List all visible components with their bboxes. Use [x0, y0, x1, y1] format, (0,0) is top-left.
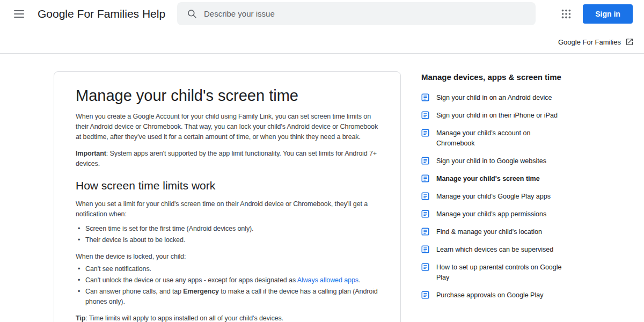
google-for-families-link[interactable]: Google For Families: [558, 38, 634, 46]
emergency-label: Emergency: [183, 288, 219, 295]
section-heading-how-limits-work: How screen time limits work: [76, 179, 379, 193]
article-icon: [421, 245, 429, 253]
sidebar-item-manage-account-chromebook[interactable]: Manage your child's account on Chromeboo…: [421, 128, 636, 149]
how-limits-intro: When you set a limit for your child's sc…: [76, 199, 379, 219]
apps-grid-icon[interactable]: [559, 7, 574, 22]
important-label: Important: [76, 150, 106, 157]
sidebar-item-devices-supervised[interactable]: Learn which devices can be supervised: [421, 245, 636, 255]
sign-in-button[interactable]: Sign in: [583, 4, 633, 24]
page-title: Google For Families Help: [38, 6, 165, 21]
article-title: Manage your child's screen time: [76, 86, 379, 105]
notification-list: Screen time is set for the first time (A…: [76, 224, 379, 245]
locked-intro: When the device is locked, your child:: [76, 252, 379, 262]
article-icon: [421, 192, 429, 200]
search-icon: [187, 9, 197, 19]
search-input[interactable]: [204, 9, 536, 18]
sidebar-item-parental-controls-google-play[interactable]: How to set up parental controls on Googl…: [421, 262, 636, 283]
list-item: Can't see notifications.: [76, 264, 379, 274]
tip-label: Tip: [76, 314, 85, 322]
article-icon: [421, 210, 429, 218]
sidebar-item-purchase-approvals[interactable]: Purchase approvals on Google Play: [421, 290, 636, 301]
important-text: : System apps aren't supported by the ap…: [76, 150, 377, 167]
sidebar-item-sign-in-google-websites[interactable]: Sign your child in to Google websites: [421, 156, 636, 166]
article-card: Manage your child's screen time When you…: [54, 71, 401, 322]
locked-b3-pre: Can answer phone calls, and tap: [85, 288, 183, 295]
locked-b2-pre: Can't unlock the device or use any apps …: [85, 276, 297, 284]
article-icon: [421, 129, 429, 137]
article-icon: [421, 263, 429, 271]
sidebar-item-sign-in-iphone-ipad[interactable]: Sign your child in on their iPhone or iP…: [421, 111, 636, 121]
open-in-new-icon: [625, 38, 634, 46]
article-icon: [421, 174, 429, 182]
search-bar[interactable]: [177, 2, 536, 25]
tip-note: Tip: Time limits will apply to apps inst…: [76, 313, 379, 322]
related-articles-sidebar: Manage devices, apps & screen time Sign …: [421, 72, 636, 308]
sidebar-item-manage-app-permissions[interactable]: Manage your child's app permissions: [421, 209, 636, 219]
article-intro: When you create a Google Account for you…: [76, 112, 379, 142]
tip-text: : Time limits will apply to apps install…: [85, 314, 283, 322]
article-icon: [421, 291, 429, 299]
app-header: Google For Families Help Sign in Google …: [0, 0, 644, 54]
sidebar-list: Sign your child in on an Android device …: [421, 93, 636, 301]
list-item: Can't unlock the device or use any apps …: [76, 275, 379, 286]
locked-list: Can't see notifications. Can't unlock th…: [76, 264, 379, 307]
sidebar-item-manage-screen-time-current[interactable]: Manage your child's screen time: [421, 174, 636, 184]
article-icon: [421, 228, 429, 236]
google-for-families-label: Google For Families: [558, 38, 621, 46]
sidebar-item-manage-google-play-apps[interactable]: Manage your child's Google Play apps: [421, 192, 636, 202]
always-allowed-apps-link[interactable]: Always allowed apps: [297, 276, 358, 284]
article-icon: [421, 157, 429, 165]
important-note: Important: System apps aren't supported …: [76, 149, 379, 169]
sidebar-item-find-manage-location[interactable]: Find & manage your child's location: [421, 227, 636, 237]
list-item: Their device is about to be locked.: [76, 235, 379, 245]
article-icon: [421, 111, 429, 119]
sidebar-heading: Manage devices, apps & screen time: [421, 72, 636, 83]
sidebar-item-sign-in-android[interactable]: Sign your child in on an Android device: [421, 93, 636, 103]
locked-b2-post: .: [358, 276, 360, 284]
article-icon: [421, 93, 429, 101]
hamburger-icon[interactable]: [11, 6, 27, 21]
list-item: Screen time is set for the first time (A…: [76, 224, 379, 234]
list-item: Can answer phone calls, and tap Emergenc…: [76, 287, 379, 307]
